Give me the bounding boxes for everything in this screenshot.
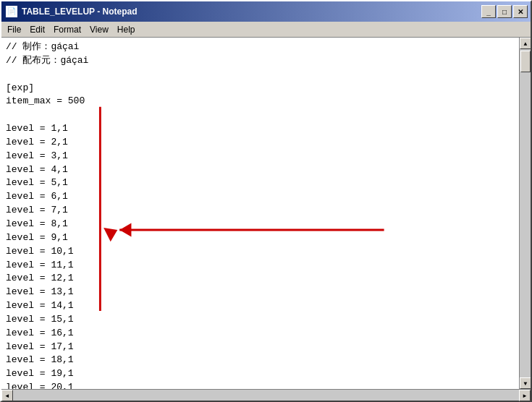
scroll-track-vertical[interactable]	[520, 49, 531, 377]
menu-file[interactable]: File	[3, 23, 25, 36]
app-icon: 📄	[6, 6, 17, 17]
vertical-scrollbar: ▲ ▼	[519, 38, 531, 389]
title-bar-buttons: _ □ ✕	[481, 5, 528, 18]
title-bar-left: 📄 TABLE_LEVELUP - Notepad	[6, 6, 138, 17]
scroll-right-button[interactable]: ►	[519, 390, 531, 401]
editor-area: // 制作：gáçai // 配布元：gáçai [exp] item_max …	[1, 38, 531, 389]
minimize-button[interactable]: _	[481, 5, 496, 18]
window-title: TABLE_LEVELUP - Notepad	[22, 7, 138, 17]
scroll-down-button[interactable]: ▼	[520, 377, 531, 389]
scroll-left-button[interactable]: ◄	[1, 390, 13, 401]
main-window: 📄 TABLE_LEVELUP - Notepad _ □ ✕ File Edi…	[0, 0, 532, 402]
menu-view[interactable]: View	[85, 23, 113, 36]
scroll-track-horizontal[interactable]	[13, 390, 519, 401]
menu-format[interactable]: Format	[49, 23, 85, 36]
maximize-button[interactable]: □	[497, 5, 512, 18]
menu-edit[interactable]: Edit	[25, 23, 49, 36]
title-bar: 📄 TABLE_LEVELUP - Notepad _ □ ✕	[1, 1, 531, 22]
menu-bar: File Edit Format View Help	[1, 22, 531, 38]
text-editor[interactable]: // 制作：gáçai // 配布元：gáçai [exp] item_max …	[1, 38, 519, 389]
close-button[interactable]: ✕	[513, 5, 528, 18]
menu-help[interactable]: Help	[113, 23, 140, 36]
scroll-thumb-vertical[interactable]	[520, 51, 531, 72]
scroll-up-button[interactable]: ▲	[520, 38, 531, 49]
horizontal-scrollbar: ◄ ►	[1, 389, 531, 401]
